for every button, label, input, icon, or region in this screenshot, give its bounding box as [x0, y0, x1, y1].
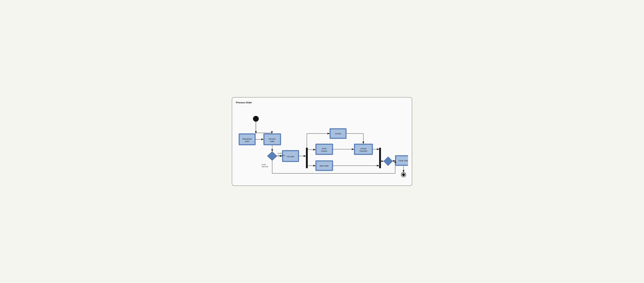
send-invoice-label: Send [322, 147, 326, 150]
decision-diamond [267, 152, 277, 161]
send-invoice-label2: Invoice [321, 150, 327, 152]
guard-accepted-label2: accepted] [278, 154, 285, 156]
guard-accepted-label: [order [278, 152, 282, 154]
requested-order-label: Requested [242, 138, 252, 140]
guard-rejected-label: [order [262, 164, 266, 165]
arrow-join-to-close [392, 161, 395, 161]
close-order-label: Close order [398, 160, 408, 162]
receive-order-label: Receive [269, 138, 276, 140]
requested-order-label2: order [245, 140, 249, 142]
invoice-label: Invoice [335, 133, 341, 135]
start-node [253, 116, 259, 122]
sync-bar-join [379, 148, 381, 168]
diagram-title: Process Order [236, 101, 408, 104]
diagram-container: Process Order Requested order Receive or… [232, 97, 412, 186]
end-node-inner [402, 173, 405, 176]
accept-payment-label2: Payment [360, 150, 367, 152]
join-diamond [384, 157, 393, 166]
fill-order-label: Fill order [287, 155, 294, 158]
guard-rejected-label2: rejected] [262, 166, 268, 168]
accept-payment-label: Accept [360, 147, 366, 150]
ship-order-label: Ship Order [320, 165, 329, 167]
receive-order-label2: order [270, 140, 274, 142]
